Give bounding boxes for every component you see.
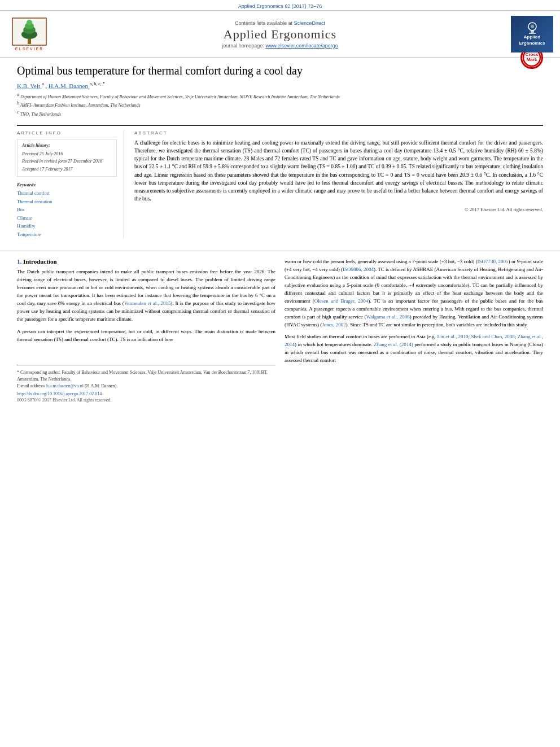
intro-section-title: 1. Introduction (17, 258, 275, 265)
right-paragraph1: warm or how cold the person feels, gener… (285, 258, 543, 329)
contents-label: Contents lists available at (235, 20, 292, 26)
svg-text:Mark: Mark (527, 57, 537, 62)
ref-shek-link[interactable]: Shek and Chan, 2008 (471, 334, 514, 339)
authors-line: K.B. Velt a , H.A.M. Daanen a, b, c, * (17, 81, 543, 89)
email-link[interactable]: h.a.m.daanen@vu.nl (46, 383, 84, 388)
elsevier-tree-icon (12, 18, 47, 46)
homepage-label: journal homepage: (222, 43, 264, 49)
ref-vermeulen-link[interactable]: Vermeulen et al., 2015 (124, 300, 171, 306)
svg-point-8 (531, 25, 534, 28)
keyword-4[interactable]: Climate (17, 214, 117, 222)
abstract-col: ABSTRACT A challenge for electric buses … (134, 130, 543, 238)
section-divider (0, 251, 560, 251)
affiliation-c-text: TNO, The Netherlands (20, 112, 62, 117)
keyword-2[interactable]: Thermal sensation (17, 198, 117, 206)
author1-link[interactable]: K.B. Velt (17, 82, 42, 89)
homepage-url[interactable]: www.elsevier.com/locate/apergo (265, 43, 338, 49)
page-container: Applied Ergonomics 62 (2017) 72–76 EL (0, 0, 560, 403)
footnote-divider (17, 365, 275, 366)
affiliations-block: a Department of Human Movement Sciences,… (17, 91, 543, 118)
accepted-date: Accepted 17 February 2017 (22, 165, 112, 173)
intro-paragraph2: A person can interpret the experienced t… (17, 328, 275, 344)
applied-ergonomics-logo-box: AppliedErgonomics (511, 16, 553, 53)
main-body-section: 1. Introduction The Dutch public transpo… (0, 258, 560, 403)
svg-point-5 (27, 20, 32, 25)
main-body-right: warm or how cold the person feels, gener… (285, 258, 543, 403)
affiliation-b-text: AMFI–Amsterdam Fashion Institute, Amster… (20, 103, 141, 108)
article-info-label: ARTICLE INFO (17, 130, 117, 136)
article-history-block: Article history: Received 25 July 2016 R… (17, 139, 117, 177)
footnote-email: E-mail address: h.a.m.daanen@vu.nl (H.A.… (17, 383, 275, 390)
elsevier-logo: ELSEVIER (7, 18, 52, 51)
article-dates: Received 25 July 2016 Received in revise… (22, 150, 112, 173)
contents-available-line: Contents lists available at ScienceDirec… (58, 20, 502, 26)
svg-text:Cross: Cross (526, 52, 539, 57)
journal-title: Applied Ergonomics (58, 27, 502, 42)
svg-rect-9 (531, 30, 534, 33)
ref-zhang2014-link[interactable]: Zhang et al. (2014) (374, 342, 413, 347)
history-title: Article history: (22, 143, 112, 148)
abstract-text: A challenge for electric buses is to min… (134, 139, 543, 203)
footnote-area: * Corresponding author. Faculty of Behav… (17, 348, 275, 403)
elsevier-logo-area: ELSEVIER (7, 18, 52, 51)
affiliation-c: c TNO, The Netherlands (17, 109, 543, 118)
keyword-1[interactable]: Thermal comfort (17, 189, 117, 197)
ref-jones-link[interactable]: Jones, 2002 (322, 322, 346, 327)
ae-logo-title: AppliedErgonomics (519, 34, 545, 46)
email-who: (H.A.M. Daanen). (85, 383, 117, 388)
revised-date: Received in revised form 27 December 201… (22, 158, 112, 165)
article-area: Cross Mark Optimal bus temperature for t… (0, 58, 560, 244)
affiliation-a-text: Department of Human Movement Sciences, F… (20, 94, 340, 99)
article-title: Optimal bus temperature for thermal comf… (17, 63, 543, 78)
journal-header: ELSEVIER Contents lists available at Sci… (0, 10, 560, 58)
ref-olesen-link[interactable]: Olesen and Brager, 2004 (314, 298, 368, 304)
intro-section-number: 1. (17, 258, 21, 265)
article-info-col: ARTICLE INFO Article history: Received 2… (17, 130, 124, 238)
journal-reference-text: Applied Ergonomics 62 (2017) 72–76 (238, 3, 322, 9)
keyword-5[interactable]: Humidity (17, 222, 117, 230)
journal-reference-header: Applied Ergonomics 62 (2017) 72–76 (0, 0, 560, 10)
author1-name: K.B. Velt (17, 82, 40, 89)
main-body-left: 1. Introduction The Dutch public transpo… (17, 258, 275, 403)
footnote-star: * Corresponding author. Faculty of Behav… (17, 369, 275, 383)
journal-homepage: journal homepage: www.elsevier.com/locat… (58, 43, 502, 49)
doi-line[interactable]: http://dx.doi.org/10.1016/j.apergo.2017.… (17, 391, 275, 396)
ref-lin-link[interactable]: Lin et al., 2010 (437, 334, 468, 339)
right-paragraph2: Most field studies on thermal comfort in… (285, 333, 543, 365)
author1-sup: a (42, 81, 44, 86)
ref-iso7730-link[interactable]: ISO7730, 2005 (477, 259, 508, 264)
issn-line: 0003-6870/© 2017 Elsevier Ltd. All right… (17, 397, 275, 403)
keyword-6[interactable]: Temperature (17, 230, 117, 238)
author2-link[interactable]: H.A.M. Daanen (49, 82, 90, 89)
intro-paragraph1: The Dutch public transport companies int… (17, 268, 275, 324)
author2-name: H.A.M. Daanen (49, 82, 88, 89)
ref-walgama-link[interactable]: Walgama et al., 2006 (366, 314, 409, 320)
copyright-line: © 2017 Elsevier Ltd. All rights reserved… (134, 207, 543, 212)
keywords-section: Keywords: Thermal comfort Thermal sensat… (17, 182, 117, 238)
email-label: E-mail address: (17, 383, 45, 388)
affiliation-a: a Department of Human Movement Sciences,… (17, 91, 543, 101)
affiliation-b: b AMFI–Amsterdam Fashion Institute, Amst… (17, 100, 543, 109)
keyword-3[interactable]: Bus (17, 206, 117, 213)
abstract-label: ABSTRACT (134, 130, 543, 136)
sciencedirect-link[interactable]: ScienceDirect (294, 20, 326, 26)
keywords-title: Keywords: (17, 182, 117, 187)
journal-logo-right: AppliedErgonomics (508, 16, 553, 53)
journal-header-center: Contents lists available at ScienceDirec… (58, 20, 502, 49)
elsevier-brand-text: ELSEVIER (15, 47, 44, 51)
ref-iso9886-link[interactable]: ISO9886, 2004 (343, 267, 374, 272)
ae-logo-icon (524, 22, 541, 34)
author2-sup: a, b, c, * (90, 81, 105, 86)
received-date: Received 25 July 2016 (22, 150, 112, 158)
article-info-abstract-section: ARTICLE INFO Article history: Received 2… (17, 125, 543, 238)
intro-title-text: Introduction (23, 258, 57, 265)
